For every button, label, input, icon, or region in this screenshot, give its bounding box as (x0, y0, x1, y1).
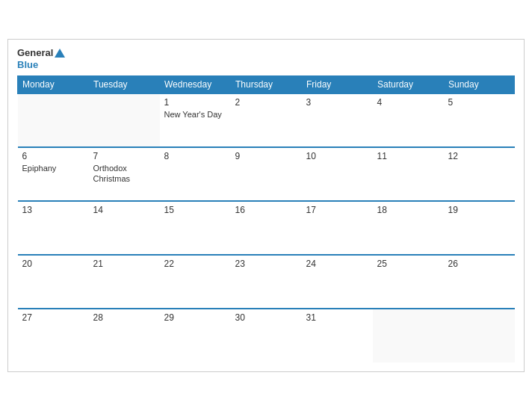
day-header-friday: Friday (302, 75, 373, 93)
logo: General Blue (17, 47, 66, 70)
day-number: 2 (235, 97, 297, 108)
calendar-header: General Blue (17, 47, 515, 70)
calendar-cell: 20 (18, 255, 89, 309)
day-number: 29 (164, 312, 226, 323)
calendar-week-row: 13141516171819 (18, 201, 515, 255)
calendar-cell: 4 (373, 93, 444, 147)
day-number: 11 (377, 151, 439, 161)
calendar-cell: 17 (302, 201, 373, 255)
calendar-cell: 10 (302, 147, 373, 201)
calendar-cell: 2 (231, 93, 302, 147)
day-header-sunday: Sunday (444, 75, 515, 93)
calendar-cell (373, 309, 444, 362)
day-number: 14 (93, 205, 155, 215)
day-number: 28 (93, 312, 155, 323)
calendar-cell: 29 (160, 309, 231, 362)
day-number: 3 (306, 97, 368, 108)
day-number: 8 (164, 151, 226, 161)
logo-triangle-icon (55, 49, 65, 58)
calendar-cell: 28 (89, 309, 160, 362)
calendar-week-row: 1New Year's Day2345 (18, 93, 515, 147)
calendar-cell: 11 (373, 147, 444, 201)
day-number: 23 (235, 259, 297, 269)
day-number: 16 (235, 205, 297, 215)
day-number: 13 (22, 205, 84, 215)
calendar-cell: 23 (231, 255, 302, 309)
event-label: Epiphany (22, 163, 84, 173)
calendar-cell: 31 (302, 309, 373, 362)
calendar-cell: 3 (302, 93, 373, 147)
calendar-cell: 21 (89, 255, 160, 309)
calendar-cell: 14 (89, 201, 160, 255)
day-header-monday: Monday (18, 75, 89, 93)
calendar-table: MondayTuesdayWednesdayThursdayFridaySatu… (17, 75, 515, 362)
calendar-cell (444, 309, 515, 362)
calendar-cell: 12 (444, 147, 515, 201)
calendar-cell: 13 (18, 201, 89, 255)
event-label: New Year's Day (164, 109, 226, 120)
day-number: 21 (93, 259, 155, 269)
day-number: 10 (306, 151, 368, 161)
calendar-container: General Blue MondayTuesdayWednesdayThurs… (7, 39, 525, 371)
calendar-cell: 1New Year's Day (160, 93, 231, 147)
calendar-cell (18, 93, 89, 147)
day-number: 20 (22, 259, 84, 269)
calendar-week-row: 20212223242526 (18, 255, 515, 309)
calendar-cell: 16 (231, 201, 302, 255)
logo-general-text: General (17, 47, 53, 59)
calendar-cell: 6Epiphany (18, 147, 89, 201)
calendar-cell: 9 (231, 147, 302, 201)
day-number: 30 (235, 312, 297, 323)
day-number: 9 (235, 151, 297, 161)
day-number: 27 (22, 312, 84, 323)
day-number: 31 (306, 312, 368, 323)
day-number: 24 (306, 259, 368, 269)
event-label: Christmas (93, 173, 155, 184)
calendar-cell: 25 (373, 255, 444, 309)
calendar-cell (89, 93, 160, 147)
calendar-week-row: 2728293031 (18, 309, 515, 362)
calendar-cell: 5 (444, 93, 515, 147)
calendar-cell: 15 (160, 201, 231, 255)
calendar-cell: 26 (444, 255, 515, 309)
calendar-body: 1New Year's Day23456Epiphany7OrthodoxChr… (18, 93, 515, 362)
day-number: 15 (164, 205, 226, 215)
day-header-saturday: Saturday (373, 75, 444, 93)
calendar-cell: 24 (302, 255, 373, 309)
day-number: 17 (306, 205, 368, 215)
day-number: 19 (448, 205, 510, 215)
day-header-wednesday: Wednesday (160, 75, 231, 93)
calendar-cell: 18 (373, 201, 444, 255)
calendar-week-row: 6Epiphany7OrthodoxChristmas89101112 (18, 147, 515, 201)
day-number: 26 (448, 259, 510, 269)
day-number: 5 (448, 97, 510, 108)
day-number: 12 (448, 151, 510, 161)
day-number: 4 (377, 97, 439, 108)
day-header-thursday: Thursday (231, 75, 302, 93)
logo-blue-text: Blue (17, 59, 66, 71)
calendar-cell: 27 (18, 309, 89, 362)
calendar-cell: 22 (160, 255, 231, 309)
day-number: 7 (93, 151, 155, 161)
day-number: 18 (377, 205, 439, 215)
day-number: 22 (164, 259, 226, 269)
day-header-tuesday: Tuesday (89, 75, 160, 93)
calendar-cell: 19 (444, 201, 515, 255)
calendar-cell: 30 (231, 309, 302, 362)
event-label: Orthodox (93, 163, 155, 173)
calendar-cell: 8 (160, 147, 231, 201)
day-number: 1 (164, 97, 226, 108)
calendar-cell: 7OrthodoxChristmas (89, 147, 160, 201)
day-number: 25 (377, 259, 439, 269)
day-number: 6 (22, 151, 84, 161)
days-header-row: MondayTuesdayWednesdayThursdayFridaySatu… (18, 75, 515, 93)
